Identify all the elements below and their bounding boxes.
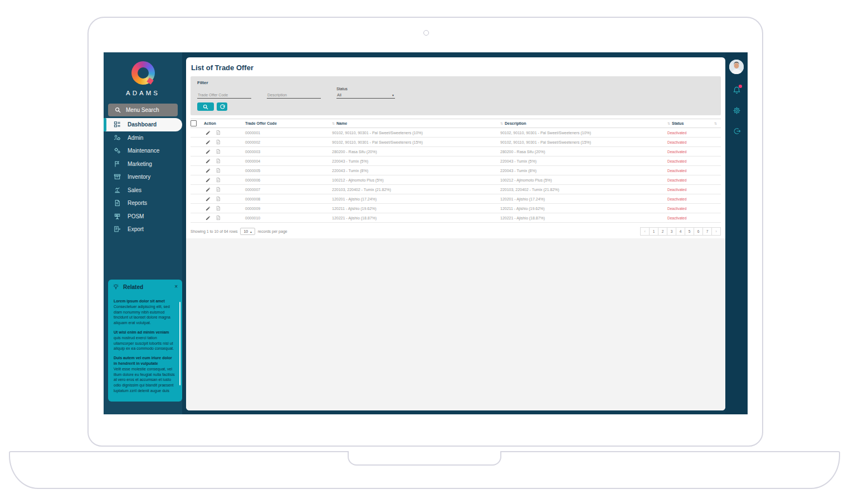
menu-search-button[interactable]: Menu Search — [108, 104, 178, 116]
cell-name: 90102, 90110, 90301 - Pal Sweet/Sweetene… — [332, 131, 500, 135]
status-badge: Deactivated — [667, 159, 714, 163]
cell-code: 0000010 — [245, 216, 332, 220]
page-title: List of Trade Offer — [186, 57, 725, 76]
settings-gear-icon[interactable] — [733, 106, 741, 115]
cell-name: 90102, 90110, 90301 - Pal Sweet/Sweetene… — [332, 140, 500, 144]
chevron-down-icon: ▼ — [392, 94, 394, 97]
status-label: Status — [336, 87, 395, 91]
trade-offer-code-input[interactable] — [197, 92, 251, 99]
inventory-icon — [114, 173, 121, 181]
edit-icon[interactable] — [206, 140, 211, 145]
refresh-button[interactable] — [217, 102, 227, 111]
status-badge: Deactivated — [667, 197, 714, 201]
sort-icon[interactable]: ⇅ — [667, 121, 670, 125]
edit-icon[interactable] — [206, 216, 211, 221]
sidebar-item-label: Marketing — [128, 161, 152, 167]
cell-description: 120221 - Ajishio (18.87%) — [500, 216, 667, 220]
brand-name: ADAMS — [126, 90, 160, 96]
page-4[interactable]: 4 — [676, 227, 685, 236]
laptop-base — [9, 451, 840, 489]
sidebar-item-export[interactable]: Export — [104, 223, 182, 236]
page-next[interactable]: › — [711, 227, 721, 236]
related-text: Velit esse molestie consequat, vel illum… — [114, 366, 175, 394]
page-7[interactable]: 7 — [702, 227, 712, 236]
cell-description: 220043 - Tumix (5%) — [500, 159, 667, 163]
sidebar-item-inventory[interactable]: Inventory — [104, 170, 182, 184]
related-panel: Related × Lorem ipsum dolor sit amet Con… — [108, 280, 182, 402]
view-icon[interactable] — [216, 187, 221, 192]
page-6[interactable]: 6 — [694, 227, 703, 236]
page-2[interactable]: 2 — [658, 227, 667, 236]
view-icon[interactable] — [216, 130, 221, 135]
table-row: 0000009 120211 - Ajishio (19.62%) 120211… — [191, 204, 721, 213]
laptop-notch — [348, 451, 501, 466]
sort-icon[interactable]: ⇅ — [714, 121, 717, 125]
cell-name: 220043 - Tumix (5%) — [332, 159, 500, 163]
status-badge: Deactivated — [667, 131, 714, 135]
edit-icon[interactable] — [206, 130, 211, 135]
header-trade-offer-code: Trade Offer Code — [245, 121, 332, 125]
page-1[interactable]: 1 — [649, 227, 658, 236]
page-5[interactable]: 5 — [685, 227, 694, 236]
view-icon[interactable] — [216, 168, 221, 173]
edit-icon[interactable] — [206, 178, 211, 183]
close-icon[interactable]: × — [174, 284, 178, 290]
user-avatar[interactable] — [729, 60, 744, 74]
cell-name: 100212 - Ajinomoto Plus (5%) — [332, 178, 500, 182]
admin-icon — [114, 134, 121, 141]
related-text: Consectetuer adipiscing elit, sed diam n… — [114, 304, 175, 326]
select-all-checkbox[interactable] — [191, 120, 197, 126]
view-icon[interactable] — [216, 139, 221, 145]
edit-icon[interactable] — [206, 197, 211, 202]
edit-icon[interactable] — [206, 187, 211, 192]
sort-icon[interactable]: ⇅ — [332, 121, 335, 125]
view-icon[interactable] — [216, 158, 221, 164]
notifications-bell-icon[interactable] — [733, 86, 741, 95]
sidebar-item-sales[interactable]: Sales — [104, 184, 182, 197]
sidebar-item-label: Sales — [128, 187, 142, 193]
edit-icon[interactable] — [206, 168, 211, 173]
page-size-select[interactable]: 10 ▴ — [240, 228, 255, 235]
view-icon[interactable] — [216, 177, 221, 183]
view-icon[interactable] — [216, 205, 221, 211]
view-icon[interactable] — [216, 215, 221, 221]
sidebar-item-label: POSM — [128, 213, 144, 219]
edit-icon[interactable] — [206, 206, 211, 211]
view-icon[interactable] — [216, 149, 221, 154]
sidebar-item-admin[interactable]: Admin — [104, 131, 182, 145]
cell-name: 220043 - Tumix (8%) — [332, 169, 500, 173]
related-title: Related — [123, 284, 174, 290]
description-input[interactable] — [267, 92, 321, 99]
sidebar-item-dashboard[interactable]: Dashboard — [104, 118, 182, 131]
page-prev[interactable]: ‹ — [640, 227, 650, 236]
cell-description: 90102, 90110, 90301 - Pal Sweet/Sweetene… — [500, 131, 667, 135]
sidebar-item-reports[interactable]: Reports — [104, 197, 182, 210]
related-heading: Duis autem vel eum iriure dolor in hendr… — [114, 355, 175, 366]
export-icon — [114, 226, 121, 233]
table-row: 0000008 120201 - Ajishio (17.24%) 120201… — [191, 194, 721, 204]
sidebar-item-posm[interactable]: POSM — [104, 210, 182, 223]
refresh-icon — [219, 104, 225, 110]
logout-icon[interactable] — [733, 127, 741, 136]
edit-icon[interactable] — [206, 149, 211, 154]
sidebar-item-maintenance[interactable]: Maintenance — [104, 144, 182, 158]
related-idea-icon — [113, 283, 119, 290]
page-size-value: 10 — [243, 229, 248, 233]
cell-code: 0000006 — [245, 178, 332, 182]
view-icon[interactable] — [216, 196, 221, 202]
filter-title: Filter — [197, 80, 714, 85]
sidebar-item-label: Reports — [128, 200, 147, 206]
scrollbar[interactable] — [179, 302, 181, 385]
page-3[interactable]: 3 — [667, 227, 676, 236]
cell-name: 280200 - Rasa Sifu (20%) — [332, 150, 500, 154]
cell-code: 0000009 — [245, 207, 332, 211]
search-button[interactable] — [197, 102, 214, 111]
status-badge: Deactivated — [667, 150, 714, 154]
status-select[interactable]: All ▼ — [336, 92, 395, 99]
edit-icon[interactable] — [206, 159, 211, 164]
sidebar-item-marketing[interactable]: Marketing — [104, 158, 182, 171]
status-badge: Deactivated — [667, 178, 714, 182]
sort-icon[interactable]: ⇅ — [500, 121, 503, 125]
sales-icon — [114, 186, 121, 194]
header-description: Description — [505, 121, 526, 125]
